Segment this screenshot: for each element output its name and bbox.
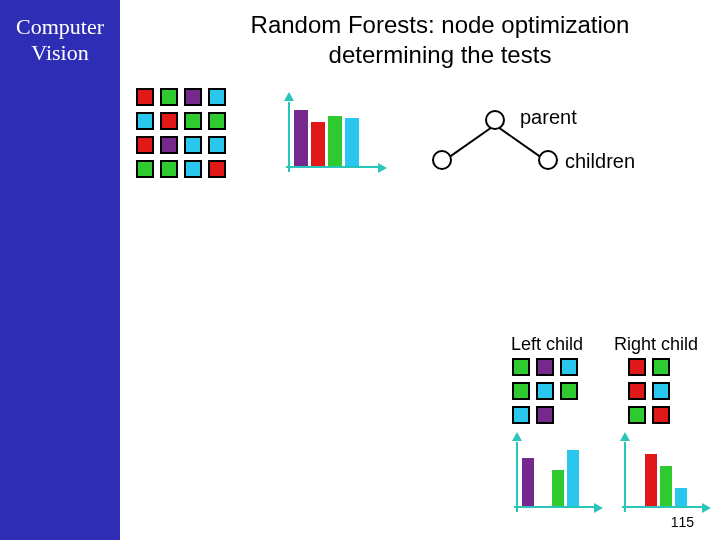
arrow-up-icon xyxy=(512,432,522,441)
data-square xyxy=(160,136,178,154)
axis-y-icon xyxy=(624,442,626,512)
tree-node-left xyxy=(432,150,452,170)
data-square xyxy=(628,406,646,424)
arrow-right-icon xyxy=(702,503,711,513)
data-grid-left-child xyxy=(512,358,578,424)
data-square xyxy=(652,406,670,424)
data-square xyxy=(536,406,554,424)
data-square xyxy=(560,358,578,376)
label-right-child: Right child xyxy=(614,334,698,355)
title-line1: Random Forests: node optimization xyxy=(251,11,630,38)
data-square xyxy=(560,382,578,400)
data-square xyxy=(536,358,554,376)
histogram-parent xyxy=(278,96,388,174)
data-square xyxy=(136,136,154,154)
sidebar: Computer Vision xyxy=(0,0,120,540)
histogram-left-child xyxy=(506,436,602,514)
histogram-bar xyxy=(522,458,534,506)
histogram-bar xyxy=(345,118,359,166)
histogram-bar xyxy=(311,122,325,166)
title-line2: determining the tests xyxy=(329,41,552,68)
data-square xyxy=(160,88,178,106)
data-square xyxy=(184,136,202,154)
data-square xyxy=(160,112,178,130)
data-square xyxy=(184,112,202,130)
histogram-bar xyxy=(660,466,672,506)
data-square xyxy=(208,136,226,154)
tree-node-parent xyxy=(485,110,505,130)
axis-y-icon xyxy=(288,102,290,172)
arrow-right-icon xyxy=(378,163,387,173)
sidebar-title-line2: Vision xyxy=(31,40,88,65)
histogram-bar xyxy=(645,454,657,506)
histogram-right-child xyxy=(614,436,710,514)
data-square xyxy=(136,88,154,106)
arrow-up-icon xyxy=(284,92,294,101)
histogram-bar xyxy=(675,488,687,506)
histogram-bar xyxy=(552,470,564,506)
axis-x-icon xyxy=(514,506,594,508)
data-square xyxy=(536,382,554,400)
sidebar-title: Computer Vision xyxy=(0,14,120,67)
histogram-bar xyxy=(328,116,342,166)
arrow-up-icon xyxy=(620,432,630,441)
axis-x-icon xyxy=(622,506,702,508)
data-square xyxy=(512,358,530,376)
data-grid-parent xyxy=(136,88,226,178)
data-square xyxy=(512,406,530,424)
data-square xyxy=(136,160,154,178)
data-square xyxy=(208,88,226,106)
data-square-empty xyxy=(560,406,578,424)
axis-x-icon xyxy=(286,166,378,168)
label-left-child: Left child xyxy=(511,334,583,355)
data-square xyxy=(512,382,530,400)
data-square xyxy=(652,358,670,376)
data-square xyxy=(208,160,226,178)
arrow-right-icon xyxy=(594,503,603,513)
data-square xyxy=(628,382,646,400)
data-square xyxy=(160,160,178,178)
label-children: children xyxy=(565,150,635,173)
data-square xyxy=(184,160,202,178)
sidebar-title-line1: Computer xyxy=(16,14,104,39)
data-square xyxy=(628,358,646,376)
data-square xyxy=(208,112,226,130)
label-parent: parent xyxy=(520,106,577,129)
histogram-bar xyxy=(567,450,579,506)
page-title: Random Forests: node optimization determ… xyxy=(160,10,720,70)
axis-y-icon xyxy=(516,442,518,512)
data-square xyxy=(184,88,202,106)
data-square xyxy=(652,382,670,400)
page-number: 115 xyxy=(671,514,694,530)
data-square xyxy=(136,112,154,130)
data-grid-right-child xyxy=(628,358,670,424)
histogram-bar xyxy=(294,110,308,166)
tree-node-right xyxy=(538,150,558,170)
